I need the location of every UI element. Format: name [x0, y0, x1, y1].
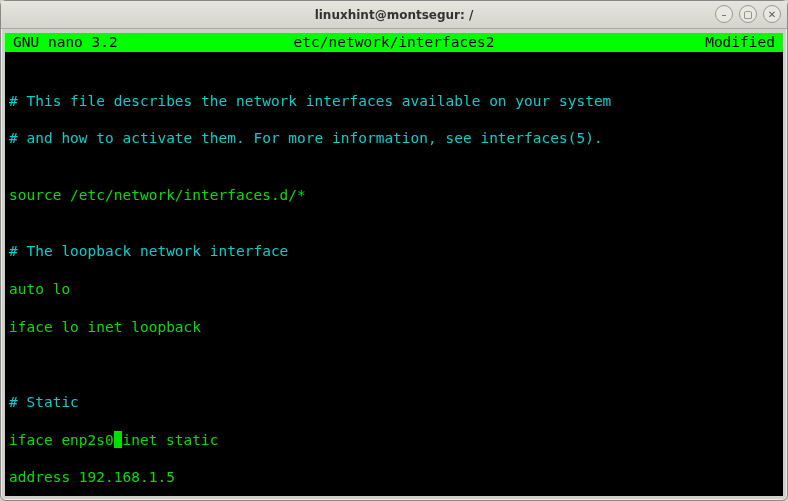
nano-filename: etc/network/interfaces2 — [294, 33, 495, 52]
iface-text: iface enp2s0 — [9, 432, 114, 448]
config-line: address 192.168.1.5 — [9, 468, 779, 487]
config-line: source /etc/network/interfaces.d/* — [9, 186, 779, 205]
window-title: linuxhint@montsegur: / — [315, 8, 474, 22]
comment-line: # Static — [9, 393, 779, 412]
config-line: iface lo inet loopback — [9, 318, 779, 337]
window-titlebar[interactable]: linuxhint@montsegur: / – ▢ ✕ — [1, 1, 787, 29]
nano-version: GNU nano 3.2 — [13, 33, 118, 52]
comment-line: # The loopback network interface — [9, 242, 779, 261]
config-line: iface enp2s0inet static — [9, 431, 779, 450]
nano-status: Modified — [705, 33, 775, 52]
minimize-icon: – — [722, 9, 727, 20]
close-icon: ✕ — [768, 9, 776, 20]
comment-line: # This file describes the network interf… — [9, 92, 779, 111]
editor-content[interactable]: # This file describes the network interf… — [5, 52, 783, 496]
close-button[interactable]: ✕ — [763, 5, 781, 23]
terminal-window: linuxhint@montsegur: / – ▢ ✕ GNU nano 3.… — [0, 0, 788, 501]
comment-line: # and how to activate them. For more inf… — [9, 129, 779, 148]
config-line: auto lo — [9, 280, 779, 299]
terminal-area[interactable]: GNU nano 3.2 etc/network/interfaces2 Mod… — [5, 33, 783, 496]
iface-text-after: inet static — [122, 432, 218, 448]
minimize-button[interactable]: – — [715, 5, 733, 23]
nano-header: GNU nano 3.2 etc/network/interfaces2 Mod… — [5, 33, 783, 52]
maximize-button[interactable]: ▢ — [739, 5, 757, 23]
maximize-icon: ▢ — [743, 9, 752, 20]
window-controls: – ▢ ✕ — [715, 5, 781, 23]
